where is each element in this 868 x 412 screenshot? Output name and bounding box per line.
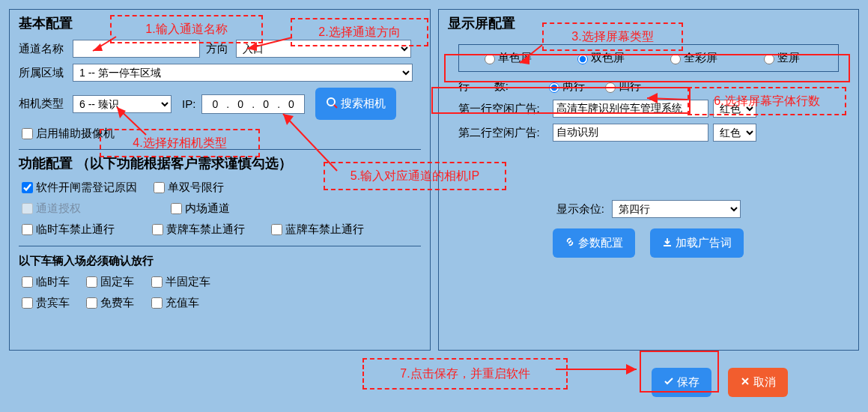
open-need-reg-checkbox[interactable] — [22, 182, 33, 193]
direction-label: 方向 — [206, 42, 236, 56]
vert-radio[interactable] — [764, 54, 774, 64]
four-rows-radio[interactable] — [605, 82, 616, 93]
value-veh-checkbox[interactable] — [151, 297, 163, 309]
inner-channel-checkbox[interactable] — [171, 203, 182, 214]
show-remain-label: 显示余位: — [556, 202, 604, 216]
temp-forbid-checkbox[interactable] — [22, 224, 33, 235]
color-radio[interactable] — [670, 54, 681, 64]
show-remain-select[interactable]: 第四行 — [612, 200, 741, 218]
enable-aux-checkbox[interactable] — [22, 128, 33, 139]
fixed-veh-checkbox[interactable] — [86, 276, 97, 288]
channel-auth-checkbox — [22, 203, 33, 214]
search-icon — [326, 97, 338, 111]
channel-name-input[interactable] — [73, 40, 200, 58]
ad1-label: 第一行空闲广告: — [458, 102, 553, 116]
close-icon — [740, 376, 750, 389]
blue-forbid-checkbox[interactable] — [271, 224, 282, 235]
region-select[interactable]: 1 -- 第一停车区域 — [73, 64, 413, 82]
ip-label: IP: — [182, 97, 195, 110]
odd-even-checkbox[interactable] — [154, 182, 165, 193]
temp-veh-checkbox[interactable] — [22, 276, 33, 288]
ad1-color-select[interactable]: 红色 — [713, 100, 756, 118]
left-panel: 基本配置 通道名称 方向 入口 所属区域 1 -- 第一停车区域 相机类型 6 … — [9, 9, 431, 351]
confirm-title: 以下车辆入场必须确认放行 — [19, 254, 421, 268]
camera-type-label: 相机类型 — [19, 97, 73, 111]
rows-label: 行 数: — [458, 79, 545, 94]
ip-input[interactable]: 0.0.0.0 — [201, 94, 305, 114]
svg-point-14 — [327, 98, 335, 106]
mono-radio[interactable] — [485, 54, 495, 64]
basic-config-title: 基本配置 — [19, 14, 421, 32]
direction-select[interactable]: 入口 — [236, 40, 411, 58]
cancel-button[interactable]: 取消 — [728, 368, 788, 397]
save-button[interactable]: 保存 — [652, 368, 711, 397]
link-icon — [565, 237, 575, 249]
load-ad-button[interactable]: 加载广告词 — [650, 228, 744, 258]
display-config-title: 显示屏配置 — [448, 14, 850, 32]
search-camera-button[interactable]: 搜索相机 — [315, 88, 396, 120]
free-veh-checkbox[interactable] — [86, 297, 97, 309]
ad1-input[interactable] — [553, 100, 708, 118]
channel-name-label: 通道名称 — [19, 42, 73, 56]
vip-veh-checkbox[interactable] — [22, 297, 33, 309]
download-icon — [662, 237, 673, 249]
svg-line-15 — [334, 105, 337, 108]
dual-radio[interactable] — [577, 54, 588, 64]
half-veh-checkbox[interactable] — [151, 276, 163, 288]
func-config-title: 功能配置 （以下功能根据客户需求谨慎勾选） — [19, 154, 421, 172]
param-config-button[interactable]: 参数配置 — [553, 228, 635, 258]
check-icon — [664, 376, 674, 389]
ad2-input[interactable] — [553, 124, 708, 142]
ad2-label: 第二行空闲广告: — [458, 126, 553, 140]
yellow-forbid-checkbox[interactable] — [152, 224, 163, 235]
right-panel: 显示屏配置 单色屏 双色屏 全彩屏 竖屏 行 数: 两行 四行 第一行空闲广告:… — [438, 9, 860, 351]
camera-type-select[interactable]: 6 -- 臻识 — [73, 95, 172, 113]
region-label: 所属区域 — [19, 66, 73, 80]
ad2-color-select[interactable]: 红色 — [713, 124, 756, 142]
two-rows-radio[interactable] — [549, 82, 559, 93]
